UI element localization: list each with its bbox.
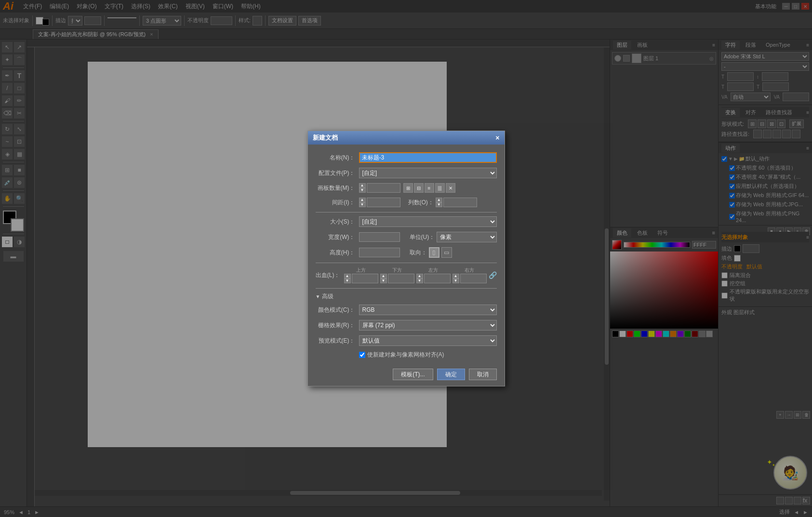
bleed-top-up[interactable]: ▲ bbox=[344, 274, 351, 278]
bleed-top-down[interactable]: ▼ bbox=[344, 278, 351, 283]
bleed-bottom-up[interactable]: ▲ bbox=[380, 274, 387, 278]
name-input[interactable] bbox=[359, 152, 497, 163]
delete-artboard-icon[interactable]: ✕ bbox=[446, 183, 455, 193]
bleed-right-spin: ▲ ▼ bbox=[453, 274, 459, 283]
dialog-overlay: 新建文档 × 名称(N)： 配置文件(P)： [自定] 画板数量(M)： ▲ bbox=[0, 0, 812, 517]
bleed-bottom-spin: ▲ ▼ bbox=[380, 274, 387, 283]
units-label: 单位(U)： bbox=[410, 233, 435, 241]
pixel-grid-checkbox[interactable] bbox=[359, 352, 365, 358]
color-mode-row: 颜色模式(C)： RGB bbox=[316, 305, 497, 315]
bleed-top-input-row: ▲ ▼ 0 px bbox=[344, 274, 378, 283]
arrange-row-icon[interactable]: ≡ bbox=[425, 183, 434, 193]
bleed-right-group: 右方 ▲ ▼ 0 px bbox=[453, 267, 487, 283]
columns-up[interactable]: ▲ bbox=[436, 198, 442, 202]
grid-by-row-icon[interactable]: ⊞ bbox=[403, 183, 413, 193]
bleed-bottom-group: 下方 ▲ ▼ 0 px bbox=[380, 267, 414, 283]
columns-down[interactable]: ▼ bbox=[436, 202, 442, 207]
bleed-right-down[interactable]: ▼ bbox=[453, 278, 459, 283]
pixel-grid-label: 使新建对象与像素网格对齐(A) bbox=[367, 351, 444, 359]
raster-select[interactable]: 屏幕 (72 ppi) bbox=[359, 320, 497, 331]
dialog-title-bar[interactable]: 新建文档 × bbox=[308, 131, 505, 145]
bleed-left-spin: ▲ ▼ bbox=[416, 274, 423, 283]
arrange-col-icon[interactable]: ||| bbox=[435, 183, 445, 193]
dialog-close-button[interactable]: × bbox=[495, 134, 499, 142]
spacing-up[interactable]: ▲ bbox=[359, 198, 366, 202]
dialog-divider-1 bbox=[316, 212, 497, 212]
profile-select[interactable]: [自定] bbox=[359, 168, 497, 178]
bleed-left-up[interactable]: ▲ bbox=[416, 274, 423, 278]
spacing-row: 间距(I)： ▲ ▼ 20 px 列数(O)： ▲ ▼ 1 bbox=[316, 198, 497, 207]
width-row: 宽度(W)： 960 px 单位(U)： 像素 bbox=[316, 232, 497, 242]
bleed-bottom-label: 下方 bbox=[392, 267, 402, 274]
columns-spin: ▲ ▼ bbox=[436, 198, 442, 207]
advanced-section: ▼ 高级 颜色模式(C)： RGB 栅格效果(R)： 屏幕 (72 ppi) bbox=[316, 292, 497, 359]
bleed-row: 出血(L)： 上方 ▲ ▼ 0 px 下方 ▲ bbox=[316, 267, 497, 283]
raster-label: 栅格效果(R)： bbox=[316, 321, 359, 330]
advanced-header[interactable]: ▼ 高级 bbox=[316, 292, 497, 301]
color-mode-label: 颜色模式(C)： bbox=[316, 306, 359, 314]
advanced-arrow-icon: ▼ bbox=[316, 294, 320, 299]
link-bleed-icon[interactable]: 🔗 bbox=[489, 271, 497, 279]
preview-label: 预览模式(E)： bbox=[316, 337, 359, 345]
artboard-count-spin: ▲ ▼ bbox=[359, 183, 366, 193]
bleed-bottom-input[interactable]: 0 px bbox=[388, 274, 414, 283]
spacing-spin: ▲ ▼ bbox=[359, 198, 366, 207]
bleed-left-down[interactable]: ▼ bbox=[416, 278, 423, 283]
template-button[interactable]: 模板(T)... bbox=[393, 369, 433, 380]
artboard-count-up[interactable]: ▲ bbox=[359, 183, 366, 188]
height-label: 高度(H)： bbox=[316, 249, 359, 257]
bleed-bottom-input-row: ▲ ▼ 0 px bbox=[380, 274, 414, 283]
bleed-top-label: 上方 bbox=[356, 267, 366, 274]
bleed-top-input[interactable]: 0 px bbox=[352, 274, 378, 283]
ok-button[interactable]: 确定 bbox=[437, 369, 465, 380]
artboard-count-label: 画板数量(M)： bbox=[316, 184, 359, 192]
profile-row: 配置文件(P)： [自定] bbox=[316, 168, 497, 178]
bleed-right-up[interactable]: ▲ bbox=[453, 274, 459, 278]
color-mode-select[interactable]: RGB bbox=[359, 305, 497, 315]
name-label: 名称(N)： bbox=[316, 154, 359, 162]
orientation-label: 取向： bbox=[410, 249, 427, 257]
width-label: 宽度(W)： bbox=[316, 233, 359, 241]
bleed-left-input-row: ▲ ▼ 0 px bbox=[416, 274, 451, 283]
dialog-divider-3 bbox=[316, 288, 497, 289]
dialog-divider-2 bbox=[316, 263, 497, 263]
bleed-label: 出血(L)： bbox=[316, 271, 344, 279]
spacing-input[interactable]: 20 px bbox=[367, 198, 400, 207]
dialog-body: 名称(N)： 配置文件(P)： [自定] 画板数量(M)： ▲ ▼ 1 bbox=[308, 145, 505, 365]
preview-select[interactable]: 默认值 bbox=[359, 335, 497, 346]
artboard-count-row: 画板数量(M)： ▲ ▼ 1 ⊞ ⊟ ≡ ||| ✕ bbox=[316, 183, 497, 193]
spacing-down[interactable]: ▼ bbox=[359, 202, 366, 207]
columns-label: 列数(O)： bbox=[408, 199, 434, 207]
bleed-right-input[interactable]: 0 px bbox=[460, 274, 487, 283]
bleed-left-input[interactable]: 0 px bbox=[424, 274, 451, 283]
bleed-bottom-down[interactable]: ▼ bbox=[380, 278, 387, 283]
width-input[interactable]: 960 px bbox=[359, 232, 400, 242]
spacing-label: 间距(I)： bbox=[316, 199, 359, 207]
landscape-button[interactable]: ▭ bbox=[441, 247, 452, 258]
orientation-buttons: ▯ ▭ bbox=[429, 247, 452, 258]
dialog-title-text: 新建文档 bbox=[313, 133, 338, 142]
artboard-layout-icons: ⊞ ⊟ ≡ ||| ✕ bbox=[403, 183, 455, 193]
profile-label: 配置文件(P)： bbox=[316, 169, 359, 177]
size-label: 大小(S)： bbox=[316, 218, 359, 226]
height-input[interactable]: 960 px bbox=[359, 248, 400, 257]
preview-row: 预览模式(E)： 默认值 bbox=[316, 335, 497, 346]
size-select[interactable]: [自定] bbox=[359, 216, 497, 227]
bleed-left-label: 左方 bbox=[428, 267, 438, 274]
grid-by-col-icon[interactable]: ⊟ bbox=[414, 183, 424, 193]
bleed-top-spin: ▲ ▼ bbox=[344, 274, 351, 283]
pixel-grid-row: 使新建对象与像素网格对齐(A) bbox=[359, 351, 497, 359]
bleed-right-input-row: ▲ ▼ 0 px bbox=[453, 274, 487, 283]
height-row: 高度(H)： 960 px 取向： ▯ ▭ bbox=[316, 247, 497, 258]
columns-input[interactable]: 1 bbox=[443, 198, 477, 207]
name-row: 名称(N)： bbox=[316, 152, 497, 163]
artboard-count-input[interactable]: 1 bbox=[367, 183, 400, 193]
bleed-right-label: 右方 bbox=[465, 267, 474, 274]
artboard-count-down[interactable]: ▼ bbox=[359, 188, 366, 193]
portrait-button[interactable]: ▯ bbox=[429, 247, 439, 258]
raster-row: 栅格效果(R)： 屏幕 (72 ppi) bbox=[316, 320, 497, 331]
cancel-button[interactable]: 取消 bbox=[469, 369, 497, 380]
bleed-left-group: 左方 ▲ ▼ 0 px bbox=[416, 267, 451, 283]
bleed-top-group: 上方 ▲ ▼ 0 px bbox=[344, 267, 378, 283]
units-select[interactable]: 像素 bbox=[437, 232, 496, 242]
